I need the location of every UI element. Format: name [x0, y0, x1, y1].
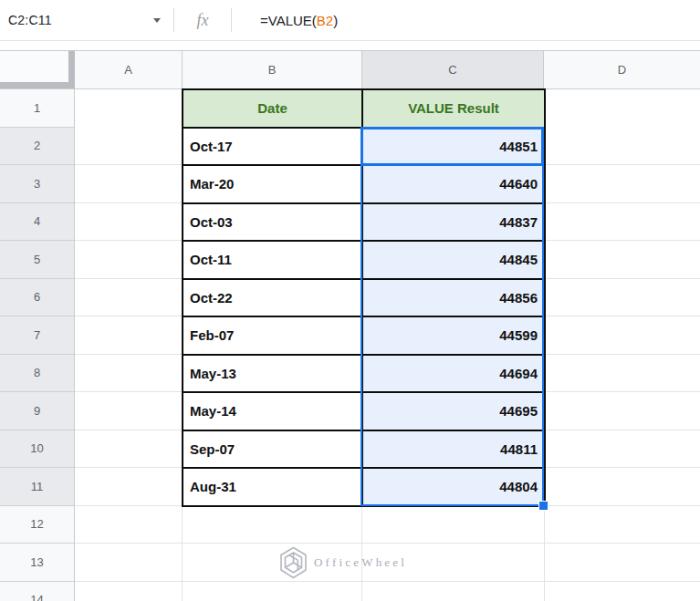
officewheel-watermark: OfficeWheel	[279, 545, 407, 580]
formula-text: )	[333, 13, 338, 28]
formula-bar: C2:C11 fx =VALUE(B2)	[0, 0, 700, 41]
row-header-2[interactable]: 2	[0, 128, 74, 166]
table-row: Aug-3144804	[183, 468, 545, 506]
row-header-9[interactable]: 9	[0, 392, 74, 430]
row-header-10[interactable]: 10	[0, 430, 74, 469]
row-header-3[interactable]: 3	[0, 165, 74, 203]
row-header-5[interactable]: 5	[0, 241, 74, 279]
date-cell[interactable]: Oct-03	[183, 203, 362, 242]
value-cell[interactable]: 44851	[362, 128, 545, 166]
corner-mark	[0, 82, 75, 88]
table-row: May-1444695	[183, 392, 545, 430]
value-cell[interactable]: 44845	[362, 241, 545, 279]
fill-handle[interactable]	[539, 502, 548, 510]
table-row: Oct-0344837	[183, 203, 545, 242]
row-header-8[interactable]: 8	[0, 355, 74, 393]
date-cell[interactable]: Aug-31	[183, 468, 362, 506]
row-header-14[interactable]: 14	[0, 582, 74, 601]
date-cell[interactable]: Oct-11	[183, 241, 362, 279]
column-header-d[interactable]: D	[544, 51, 700, 88]
cell-b1-date-header[interactable]: Date	[183, 89, 362, 128]
table-row: Oct-1144845	[183, 241, 545, 279]
table-header-row: Date VALUE Result	[183, 89, 545, 128]
row-header-7[interactable]: 7	[0, 316, 74, 355]
date-cell[interactable]: Mar-20	[183, 165, 362, 203]
value-cell[interactable]: 44837	[362, 203, 545, 242]
row-header-11[interactable]: 11	[0, 468, 74, 506]
row-header-column: 1 2 3 4 5 6 7 8 9 10 11 12 13 14	[0, 89, 75, 601]
watermark-text: OfficeWheel	[314, 555, 407, 570]
date-cell[interactable]: Sep-07	[183, 430, 362, 469]
table-row: May-1344694	[183, 355, 545, 393]
column-header-c[interactable]: C	[362, 51, 544, 88]
row-header-12[interactable]: 12	[0, 506, 74, 544]
row-header-13[interactable]: 13	[0, 544, 74, 582]
fx-icon: fx	[174, 11, 231, 30]
row-header-4[interactable]: 4	[0, 203, 74, 242]
table-row: Sep-0744811	[183, 430, 545, 469]
date-cell[interactable]: Oct-22	[183, 279, 362, 317]
table-row: Oct-1744851	[183, 128, 545, 166]
date-cell[interactable]: Oct-17	[183, 128, 362, 166]
value-cell[interactable]: 44804	[362, 468, 545, 506]
value-cell[interactable]: 44694	[362, 355, 545, 393]
row-header-1[interactable]: 1	[0, 89, 74, 128]
data-table: Date VALUE Result Oct-1744851 Mar-204464…	[182, 88, 546, 507]
value-cell[interactable]: 44599	[362, 316, 545, 355]
value-cell[interactable]: 44640	[362, 165, 545, 203]
cell-c1-value-header[interactable]: VALUE Result	[362, 89, 545, 128]
date-cell[interactable]: May-14	[183, 392, 362, 430]
date-cell[interactable]: May-13	[183, 355, 362, 393]
table-row: Oct-2244856	[183, 279, 545, 317]
value-cell[interactable]: 44811	[362, 430, 545, 469]
column-header-b[interactable]: B	[183, 51, 362, 88]
row-header-6[interactable]: 6	[0, 279, 74, 317]
select-all-corner[interactable]	[0, 51, 75, 88]
formula-cell-reference: B2	[317, 13, 333, 28]
formula-input[interactable]: =VALUE(B2)	[232, 13, 700, 28]
officewheel-hexagon-logo	[279, 546, 308, 579]
table-row: Mar-2044640	[183, 165, 545, 203]
column-header-a[interactable]: A	[75, 51, 183, 88]
value-cell[interactable]: 44856	[362, 279, 545, 317]
value-cell[interactable]: 44695	[362, 392, 545, 430]
name-box-dropdown-icon[interactable]	[153, 18, 161, 23]
formula-text: =VALUE(	[260, 13, 317, 28]
name-box-value: C2:C11	[8, 13, 52, 27]
name-box[interactable]: C2:C11	[0, 0, 173, 40]
spreadsheet-app: C2:C11 fx =VALUE(B2) A B C D 1 2 3 4 5 6…	[0, 0, 700, 601]
table-row: Feb-0744599	[183, 316, 545, 355]
column-header-row: A B C D	[0, 50, 700, 89]
date-cell[interactable]: Feb-07	[183, 316, 362, 355]
